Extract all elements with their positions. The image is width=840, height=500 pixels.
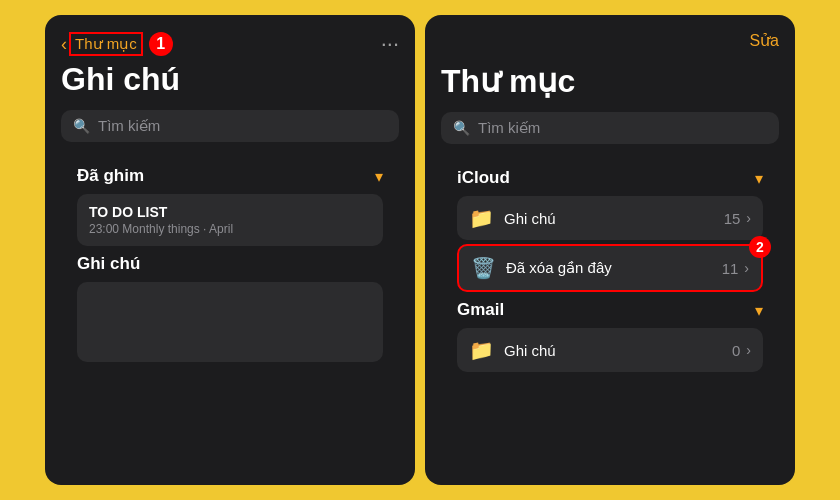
page-title-left: Ghi chú — [61, 61, 399, 98]
search-icon-right: 🔍 — [453, 120, 470, 136]
gmail-chevron-icon[interactable]: ▾ — [755, 301, 763, 320]
note-meta: 23:00 Monthly things · April — [89, 222, 371, 236]
back-row: ‹ Thư mục 1 ··· — [61, 31, 399, 57]
gmail-ghichu-count: 0 — [732, 342, 740, 359]
more-menu-icon[interactable]: ··· — [381, 31, 399, 57]
search-placeholder-left: Tìm kiếm — [98, 117, 160, 135]
note-title: TO DO LIST — [89, 204, 371, 220]
gmail-ghichu-name: Ghi chú — [504, 342, 556, 359]
gmail-ghichu-right: 0 › — [732, 342, 751, 359]
step-1-badge: 1 — [149, 32, 173, 56]
folder-icon-gmail: 📁 — [469, 338, 494, 362]
icloud-section-header: iCloud ▾ — [457, 168, 763, 188]
icloud-deleted-count: 11 — [722, 260, 739, 277]
right-panel: Sửa Thư mục 🔍 Tìm kiếm iCloud ▾ 📁 — [425, 15, 795, 485]
empty-note-card[interactable] — [77, 282, 383, 362]
step-2-badge: 2 — [749, 236, 771, 258]
icloud-ghichu-right: 15 › — [724, 210, 751, 227]
icloud-deleted-chevron: › — [744, 260, 749, 276]
pinned-section-header: Đã ghim ▾ — [77, 166, 383, 186]
main-container: ‹ Thư mục 1 ··· Ghi chú 🔍 Tìm kiếm Đã gh… — [0, 0, 840, 500]
search-bar-left[interactable]: 🔍 Tìm kiếm — [61, 110, 399, 142]
icloud-ghichu-name: Ghi chú — [504, 210, 556, 227]
back-button[interactable]: ‹ Thư mục 1 — [61, 32, 173, 56]
trash-icon-deleted: 🗑️ — [471, 256, 496, 280]
icloud-deleted-row[interactable]: 🗑️ Đã xóa gần đây 11 › 2 — [457, 244, 763, 292]
gmail-title: Gmail — [457, 300, 504, 320]
search-placeholder-right: Tìm kiếm — [478, 119, 540, 137]
notes-section: Ghi chú — [61, 254, 399, 362]
left-panel-content: Đã ghim ▾ TO DO LIST 23:00 Monthly thing… — [45, 166, 415, 485]
sua-button[interactable]: Sửa — [749, 31, 779, 50]
right-panel-content: iCloud ▾ 📁 Ghi chú 15 › — [425, 168, 795, 485]
page-title-right: Thư mục — [441, 62, 779, 100]
gmail-ghichu-chevron: › — [746, 342, 751, 358]
icloud-title: iCloud — [457, 168, 510, 188]
gmail-ghichu-row[interactable]: 📁 Ghi chú 0 › — [457, 328, 763, 372]
pinned-note-card[interactable]: TO DO LIST 23:00 Monthly things · April — [77, 194, 383, 246]
gmail-section: Gmail ▾ 📁 Ghi chú 0 › — [441, 300, 779, 372]
icloud-deleted-right: 11 › — [722, 260, 749, 277]
pinned-chevron-icon[interactable]: ▾ — [375, 167, 383, 186]
icloud-chevron-icon[interactable]: ▾ — [755, 169, 763, 188]
left-header: ‹ Thư mục 1 ··· Ghi chú 🔍 Tìm kiếm — [45, 15, 415, 166]
pinned-section: Đã ghim ▾ TO DO LIST 23:00 Monthly thing… — [61, 166, 399, 246]
right-header: Sửa — [425, 15, 795, 54]
gmail-section-header: Gmail ▾ — [457, 300, 763, 320]
right-panel-header: Thư mục 🔍 Tìm kiếm — [425, 54, 795, 168]
search-icon-left: 🔍 — [73, 118, 90, 134]
icloud-ghichu-count: 15 — [724, 210, 741, 227]
icloud-deleted-name: Đã xóa gần đây — [506, 259, 612, 277]
icloud-ghichu-left: 📁 Ghi chú — [469, 206, 556, 230]
gmail-ghichu-left: 📁 Ghi chú — [469, 338, 556, 362]
icloud-section: iCloud ▾ 📁 Ghi chú 15 › — [441, 168, 779, 292]
folder-icon-ghichu: 📁 — [469, 206, 494, 230]
icloud-ghichu-row[interactable]: 📁 Ghi chú 15 › — [457, 196, 763, 240]
back-arrow-icon: ‹ — [61, 34, 67, 55]
pinned-section-title: Đã ghim — [77, 166, 144, 186]
icloud-ghichu-chevron: › — [746, 210, 751, 226]
icloud-deleted-left: 🗑️ Đã xóa gần đây — [471, 256, 612, 280]
left-panel: ‹ Thư mục 1 ··· Ghi chú 🔍 Tìm kiếm Đã gh… — [45, 15, 415, 485]
search-bar-right[interactable]: 🔍 Tìm kiếm — [441, 112, 779, 144]
notes-section-header: Ghi chú — [77, 254, 383, 274]
back-label[interactable]: Thư mục — [69, 32, 143, 56]
notes-section-title: Ghi chú — [77, 254, 140, 274]
